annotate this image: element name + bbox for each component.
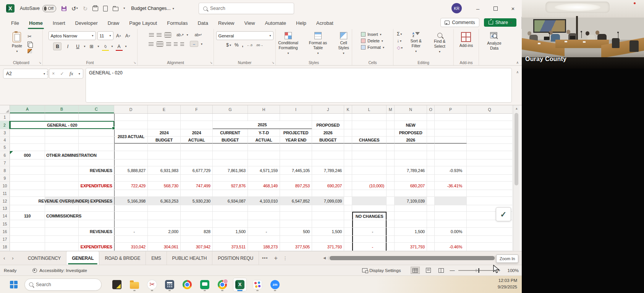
cell-G17[interactable]: [213, 236, 248, 242]
cell-A13[interactable]: [10, 205, 45, 211]
cell-I17[interactable]: [280, 236, 312, 242]
column-header-E[interactable]: E: [148, 105, 181, 113]
cell-I15[interactable]: [280, 220, 312, 227]
fill-color-button[interactable]: ◊: [102, 43, 109, 50]
cell-J11[interactable]: [312, 190, 344, 196]
cell-M9[interactable]: [387, 175, 395, 181]
cell-E11[interactable]: [148, 190, 181, 196]
copy-button[interactable]: [28, 42, 32, 47]
cell-M16[interactable]: [387, 228, 395, 235]
clipboard-dialog-launcher[interactable]: ↘: [39, 61, 41, 64]
cell-D3[interactable]: 2023 ACTUAL: [114, 129, 148, 136]
cell-J4[interactable]: BUDGET: [312, 137, 344, 143]
cell-E5[interactable]: [148, 144, 181, 151]
cell-J1[interactable]: [312, 114, 344, 121]
column-header-P[interactable]: P: [435, 105, 467, 113]
cell-D16[interactable]: -: [114, 228, 148, 235]
cell-C3[interactable]: [79, 129, 114, 136]
cell-D10[interactable]: 722,429: [114, 182, 148, 190]
row-header-10[interactable]: 10: [0, 182, 10, 190]
cell-K13[interactable]: [344, 205, 352, 211]
cell-H12[interactable]: 4,103,010: [248, 197, 280, 205]
formula-input[interactable]: GENERAL - 020: [86, 68, 512, 103]
cell-P1[interactable]: [435, 114, 467, 121]
start-button[interactable]: [10, 281, 18, 288]
cell-styles-button[interactable]: Cell Styles ▾: [333, 31, 354, 56]
taskbar-clock[interactable]: 12:03 PM 9/29/2025: [498, 277, 517, 290]
cell-O3[interactable]: [427, 129, 435, 136]
cell-L18[interactable]: -: [352, 243, 387, 251]
cell-A4[interactable]: [10, 137, 45, 143]
column-header-I[interactable]: I: [280, 105, 312, 113]
scroll-left-icon[interactable]: ◀: [323, 256, 326, 260]
ribbon-tab-formulas[interactable]: Formulas: [162, 18, 193, 28]
sheet-tab-contingency[interactable]: CONTINGENCY: [23, 251, 66, 265]
cell-O16[interactable]: [427, 228, 435, 235]
cell-J9[interactable]: [312, 175, 344, 181]
cell-K14[interactable]: [344, 212, 352, 220]
cell-J12[interactable]: 7,099,039: [312, 197, 344, 205]
cell-B7[interactable]: [45, 159, 79, 166]
cell-L9[interactable]: [352, 175, 387, 181]
cell-G3[interactable]: CURRENT: [213, 129, 248, 136]
insert-function-button[interactable]: fx: [70, 71, 73, 77]
font-color-button[interactable]: A: [115, 43, 123, 50]
ribbon-tab-home[interactable]: Home: [24, 18, 48, 28]
cell-H13[interactable]: [248, 205, 280, 211]
page-layout-view-button[interactable]: [424, 267, 433, 274]
underline-button[interactable]: U: [74, 43, 81, 50]
cell-L14[interactable]: NO CHANGES: [352, 212, 387, 220]
number-dialog-launcher[interactable]: ↘: [272, 61, 274, 64]
taskbar-icon-chrome[interactable]: [180, 278, 194, 291]
cell-K1[interactable]: [344, 114, 352, 121]
cell-J6[interactable]: [312, 151, 344, 159]
column-header-F[interactable]: F: [181, 105, 213, 113]
cell-M3[interactable]: [387, 129, 395, 136]
cell-C4[interactable]: [79, 137, 114, 143]
cell-G2[interactable]: 2025: [213, 121, 312, 129]
cell-B10[interactable]: [45, 182, 79, 190]
column-header-C[interactable]: C: [79, 105, 114, 113]
zoom-slider-handle[interactable]: [478, 268, 479, 273]
minimize-button[interactable]: –: [469, 0, 487, 17]
cell-N17[interactable]: [395, 236, 427, 242]
cell-A18[interactable]: [10, 243, 45, 251]
cell-D13[interactable]: [114, 205, 148, 211]
cell-B5[interactable]: [45, 144, 79, 151]
accounting-format-button[interactable]: $▾: [226, 42, 231, 48]
sheet-tab-general[interactable]: GENERAL: [66, 251, 99, 265]
cancel-button[interactable]: ×: [52, 71, 55, 76]
cell-K10[interactable]: [344, 182, 352, 190]
row-header-3[interactable]: 3: [0, 129, 10, 136]
cell-C17[interactable]: [79, 236, 114, 242]
cell-A11[interactable]: [10, 190, 45, 196]
ribbon-tab-draw[interactable]: Draw: [103, 18, 124, 28]
cell-L17[interactable]: [352, 236, 387, 242]
cell-B11[interactable]: [45, 190, 79, 196]
shrink-font-button[interactable]: A∨: [124, 32, 132, 39]
ribbon-tab-insert[interactable]: Insert: [48, 18, 70, 28]
cell-O11[interactable]: [427, 190, 435, 196]
font-size-select[interactable]: 11▾: [97, 31, 113, 40]
align-middle-button[interactable]: [157, 33, 162, 37]
cell-G11[interactable]: [213, 190, 248, 196]
cell-G4[interactable]: BUDGET: [213, 137, 248, 143]
cell-I14[interactable]: [280, 212, 312, 220]
cell-J15[interactable]: [312, 220, 344, 227]
cell-A2[interactable]: GENERAL - 020: [10, 121, 114, 129]
row-header-11[interactable]: 11: [0, 190, 10, 196]
cell-M12[interactable]: [387, 197, 395, 205]
column-header-O[interactable]: O: [427, 105, 435, 113]
autosave-control[interactable]: AutoSave Off: [20, 5, 56, 12]
cell-I16[interactable]: 500: [280, 228, 312, 235]
cell-H8[interactable]: 4,571,159: [248, 166, 280, 174]
cell-D6[interactable]: [114, 151, 148, 159]
cell-M1[interactable]: [387, 114, 395, 121]
cell-F11[interactable]: [181, 190, 213, 196]
cell-P5[interactable]: [435, 144, 467, 151]
font-dialog-launcher[interactable]: ↘: [133, 61, 136, 64]
zoom-level[interactable]: 100%: [504, 268, 519, 273]
cell-P3[interactable]: [435, 129, 467, 136]
cell-F13[interactable]: [181, 205, 213, 211]
cell-P13[interactable]: [435, 205, 467, 211]
